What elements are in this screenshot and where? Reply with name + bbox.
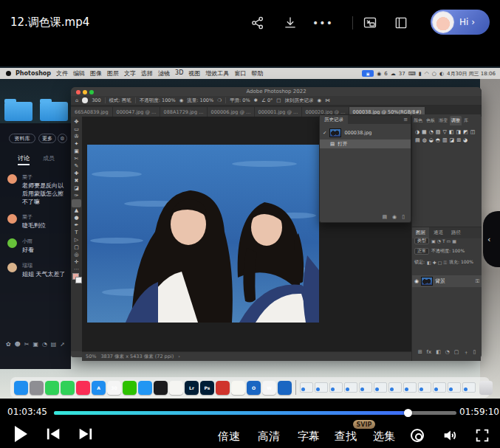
more-icon[interactable]: ••• <box>313 13 332 32</box>
tab-members[interactable]: 成员 <box>43 154 55 162</box>
lock-icon[interactable]: ◧ <box>427 260 431 266</box>
adjustment-icon[interactable]: ◍ <box>422 137 427 143</box>
ps-tool-icon[interactable]: T <box>75 229 78 236</box>
screen-record-icon[interactable]: ▣ <box>362 70 374 77</box>
ps-titlebar[interactable]: Adobe Photoshop 2022 <box>71 87 482 96</box>
snapshot-check-icon[interactable]: ✓ <box>323 130 326 136</box>
layers-footer-icon[interactable]: ▢ <box>454 349 459 356</box>
tab-paths[interactable]: 路径 <box>448 227 465 238</box>
adjustment-icon[interactable]: ▥ <box>442 137 448 143</box>
desktop-folder[interactable] <box>4 102 32 121</box>
dock-window-thumbnail[interactable] <box>359 382 372 393</box>
tab-discussion[interactable]: 讨论 <box>18 154 30 165</box>
menubar-item[interactable]: 文字 <box>124 69 136 77</box>
previous-button[interactable] <box>46 427 62 441</box>
chat-tool-icon[interactable]: ▣ <box>32 341 38 348</box>
panel-tab[interactable]: 色板 <box>425 116 436 125</box>
menubar-item[interactable]: 文件 <box>56 69 68 77</box>
ps-tool-icon[interactable]: ✚ <box>75 170 79 177</box>
dock-app-icon[interactable]: W <box>262 381 276 395</box>
angle-field[interactable]: ∠ 0° <box>261 97 273 103</box>
next-button[interactable] <box>77 427 93 441</box>
ps-tool-icon[interactable]: ◪ <box>74 185 79 192</box>
blend-mode-select[interactable]: 正常 <box>414 248 429 255</box>
dock-app-icon[interactable] <box>123 381 137 395</box>
filter-icon[interactable]: ▣ <box>431 238 436 244</box>
wifi-icon[interactable]: ◠ <box>425 71 429 77</box>
menubar-item[interactable]: 选择 <box>141 69 153 77</box>
tab-layers[interactable]: 图层 <box>412 227 429 238</box>
gear-icon[interactable]: ✱ <box>254 97 258 103</box>
airbrush-icon[interactable]: ❍ <box>217 97 222 103</box>
ps-tool-icon[interactable]: ✒ <box>75 221 79 229</box>
user-avatar-button[interactable]: Hi › <box>431 10 490 35</box>
chat-tool-icon[interactable]: ✿ <box>6 341 11 348</box>
adjustment-icon[interactable]: ▦ <box>422 129 427 135</box>
control-center-icon[interactable]: ◐ <box>439 71 444 77</box>
layers-footer-icon[interactable]: ＋ <box>463 349 468 356</box>
filter-icon[interactable]: ◔ <box>437 238 441 244</box>
document-tab[interactable]: 000047.jpg @ … <box>113 107 160 117</box>
ps-tool-icon[interactable]: ⋯ <box>74 266 79 273</box>
status-chevron-icon[interactable]: › <box>178 354 180 359</box>
menubar-item[interactable]: 窗口 <box>234 69 246 77</box>
layer-opacity[interactable]: 不透明度: 100% <box>431 248 465 255</box>
desktop-folder[interactable] <box>40 102 68 121</box>
filter-type-select[interactable]: 类型 <box>414 238 429 244</box>
mode-select[interactable]: 模式: 画笔 <box>109 97 131 104</box>
volume-icon[interactable] <box>442 427 458 444</box>
chat-tool-icon[interactable]: ▤ <box>51 341 57 348</box>
progress-bar[interactable] <box>54 411 456 415</box>
adjustment-icon[interactable]: ◫ <box>470 129 476 135</box>
dock-window-thumbnail[interactable] <box>329 382 343 393</box>
dock-app-icon[interactable] <box>45 381 59 395</box>
layers-footer-icon[interactable]: ⊞ <box>418 349 422 356</box>
opacity-select[interactable]: 不透明度: 100% <box>140 97 176 104</box>
ps-tool-icon[interactable]: ◎ <box>74 251 78 258</box>
record-icon[interactable] <box>411 429 424 442</box>
ps-tool-icon[interactable]: ▷ <box>75 236 78 244</box>
adjustment-icon[interactable]: ◑ <box>415 129 419 135</box>
dock-app-icon[interactable]: Ps <box>200 381 214 395</box>
dock-app-icon[interactable] <box>169 381 183 395</box>
adjustment-icon[interactable]: ◪ <box>450 137 455 143</box>
panel-tab[interactable]: 颜色 <box>412 116 424 125</box>
dock-window-thumbnail[interactable] <box>418 382 431 393</box>
dock-window-thumbnail[interactable] <box>433 382 446 393</box>
dock-window-thumbnail[interactable] <box>315 382 328 393</box>
subtitles-button[interactable]: 字幕 <box>292 430 325 444</box>
filter-icon[interactable]: ▭ <box>447 238 451 244</box>
dock-app-icon[interactable] <box>30 381 44 395</box>
document-tab[interactable]: 088A1729.jpg … <box>160 107 208 117</box>
adjustment-icon[interactable]: ◕ <box>463 137 468 143</box>
panel-tab-adjustments[interactable]: 调整 <box>450 116 462 125</box>
status-badge-b-icon[interactable]: ☁ <box>391 71 396 77</box>
dock-app-icon[interactable] <box>154 381 168 395</box>
home-icon[interactable]: ⌂ <box>75 97 78 103</box>
dock-app-icon[interactable] <box>278 381 292 395</box>
chat-tool-icon[interactable]: ✂ <box>24 341 30 348</box>
quality-button[interactable]: 高清 <box>253 430 285 444</box>
apple-logo-icon[interactable] <box>6 71 11 76</box>
menubar-item[interactable]: 增效工具 <box>205 69 229 77</box>
fullscreen-icon[interactable] <box>474 427 490 444</box>
ps-tool-icon[interactable]: ▢ <box>74 244 79 251</box>
lock-icon[interactable]: ✚ <box>433 260 436 266</box>
chat-tool-icon[interactable]: ◔ <box>42 341 47 348</box>
ps-tool-icon[interactable]: ✂ <box>75 155 79 162</box>
miniplayer-icon[interactable] <box>391 13 411 32</box>
panel-tab[interactable]: 库 <box>462 116 470 125</box>
menubar-item[interactable]: 图像 <box>90 69 102 77</box>
layers-footer-icon[interactable]: ▯ <box>473 349 476 356</box>
panel-tab[interactable]: 渐变 <box>437 116 449 125</box>
menubar-item[interactable]: 图层 <box>107 69 119 77</box>
dock-window-thumbnail[interactable] <box>388 382 402 393</box>
layers-footer-icon[interactable]: fx <box>427 349 432 356</box>
flow-select[interactable]: 流量: 100% <box>187 97 213 104</box>
ps-tool-icon[interactable]: ✖ <box>75 177 79 185</box>
erase-history-checkbox[interactable]: □ <box>276 97 281 103</box>
dock-window-thumbnail[interactable] <box>448 382 461 393</box>
chat-tool-icon[interactable]: ☻ <box>15 341 21 348</box>
dock-app-icon[interactable] <box>216 381 230 395</box>
ps-tool-icon[interactable]: ✇ <box>75 133 79 140</box>
